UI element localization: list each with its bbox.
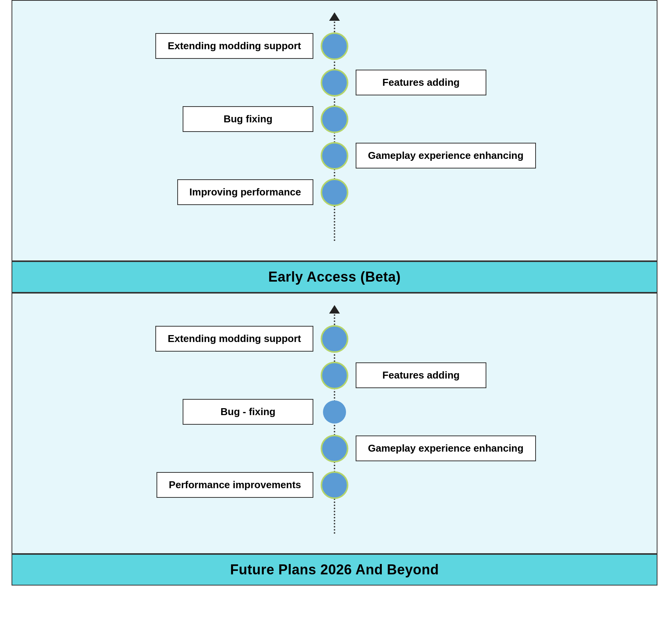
circle-node-1-2 <box>321 69 348 97</box>
circle-1-1 <box>321 32 348 60</box>
circle-node-2-5 <box>321 471 348 499</box>
circle-2-3 <box>323 400 346 424</box>
timeline-rows-2: Extending modding support Features addin… <box>12 305 657 534</box>
circle-2-2 <box>321 362 348 389</box>
circle-1-4 <box>321 142 348 170</box>
row-1-extra <box>12 210 657 241</box>
circle-1-5 <box>321 179 348 206</box>
circle-2-1 <box>321 325 348 353</box>
left-side-1-3: Bug fixing <box>12 106 334 132</box>
banner-early-access-text: Early Access (Beta) <box>268 269 401 285</box>
row-1-3: Bug fixing <box>12 101 657 137</box>
timeline-rows-1: Extending modding support Features addin… <box>12 12 657 241</box>
left-side-2-1: Extending modding support <box>12 326 334 352</box>
row-2-1: Extending modding support <box>12 320 657 357</box>
row-2-5: Performance improvements <box>12 467 657 503</box>
left-side-2-5: Performance improvements <box>12 472 334 498</box>
timeline-1: Extending modding support Features addin… <box>12 12 657 241</box>
banner-early-access: Early Access (Beta) <box>12 261 657 293</box>
row-1-4: Gameplay experience enhancing <box>12 137 657 174</box>
circle-1-3 <box>321 105 348 133</box>
item-box-gameplay-2: Gameplay experience enhancing <box>356 435 536 461</box>
circle-node-2-1 <box>321 325 348 353</box>
banner-future-plans-text: Future Plans 2026 And Beyond <box>230 562 439 577</box>
circle-node-2-3 <box>323 400 346 424</box>
circle-node-1-1 <box>321 32 348 60</box>
right-side-1-4: Gameplay experience enhancing <box>334 143 657 169</box>
item-box-extending-modding-1: Extending modding support <box>155 33 313 59</box>
left-side-1-1: Extending modding support <box>12 33 334 59</box>
right-side-2-4: Gameplay experience enhancing <box>334 435 657 461</box>
row-1-5: Improving performance <box>12 174 657 210</box>
circle-node-2-2 <box>321 362 348 389</box>
right-side-2-2: Features adding <box>334 362 657 388</box>
item-box-performance-2: Performance improvements <box>156 472 313 498</box>
circle-node-1-3 <box>321 105 348 133</box>
timeline-2: Extending modding support Features addin… <box>12 305 657 534</box>
item-box-features-adding-2: Features adding <box>356 362 486 388</box>
circle-node-2-4 <box>321 435 348 462</box>
row-1-1: Extending modding support <box>12 28 657 64</box>
right-side-1-2: Features adding <box>334 70 657 95</box>
section-panel-1: Extending modding support Features addin… <box>12 0 657 261</box>
circle-2-5 <box>321 471 348 499</box>
circle-2-4 <box>321 435 348 462</box>
circle-node-1-5 <box>321 179 348 206</box>
item-box-extending-modding-2: Extending modding support <box>155 326 313 352</box>
row-1-2: Features adding <box>12 64 657 101</box>
row-2-extra <box>12 503 657 534</box>
item-box-features-adding-1: Features adding <box>356 70 486 95</box>
main-wrapper: Extending modding support Features addin… <box>0 0 669 586</box>
section-panel-2: Extending modding support Features addin… <box>12 293 657 554</box>
item-box-bug-fixing-1: Bug fixing <box>183 106 313 132</box>
circle-1-2 <box>321 69 348 97</box>
left-side-1-5: Improving performance <box>12 179 334 205</box>
row-2-2: Features adding <box>12 357 657 394</box>
item-box-gameplay-1: Gameplay experience enhancing <box>356 143 536 169</box>
item-box-bug-fixing-2: Bug - fixing <box>183 399 313 425</box>
item-box-improving-1: Improving performance <box>177 179 313 205</box>
row-2-4: Gameplay experience enhancing <box>12 430 657 467</box>
banner-future-plans: Future Plans 2026 And Beyond <box>12 554 657 586</box>
circle-node-1-4 <box>321 142 348 170</box>
row-2-3: Bug - fixing <box>12 394 657 430</box>
left-side-2-3: Bug - fixing <box>12 399 334 425</box>
